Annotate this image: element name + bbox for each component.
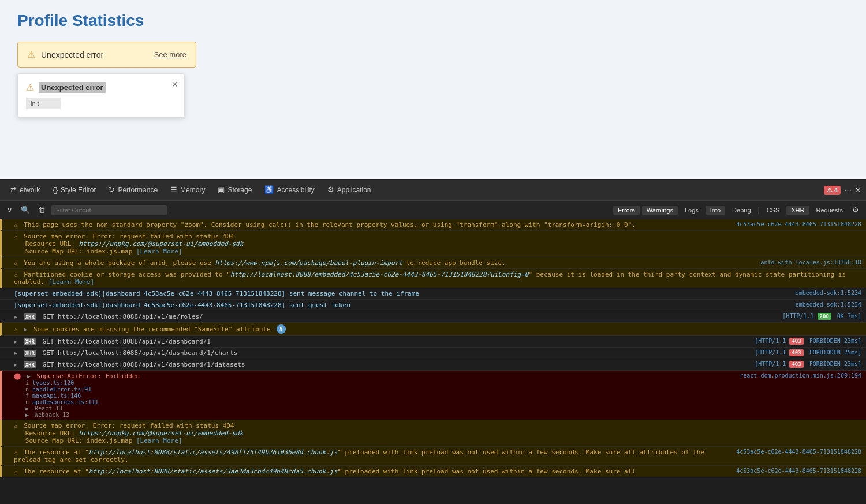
error-circle-icon: ⬤ <box>14 372 21 380</box>
warn-icon: ⚠ <box>14 326 18 333</box>
devtools-panel: ⇄ etwork {} Style Editor ↻ Performance ☰… <box>0 179 866 504</box>
console-row: ▶ XHR GET http://localhost:8088/api/v1/d… <box>0 348 866 359</box>
accessibility-icon: ♿ <box>264 185 274 194</box>
row-source: [HTTP/1.1 403 FORBIDDEN 25ms] <box>755 349 861 356</box>
main-content: Profile Statistics ⚠ Unexpected error Se… <box>0 0 866 179</box>
expand-button[interactable]: ∨ <box>5 204 15 215</box>
tab-application-label: Application <box>337 186 371 194</box>
warn-icon: ⚠ <box>14 422 18 430</box>
tab-application[interactable]: ⚙ Application <box>322 182 377 199</box>
row-source: [HTTP/1.1 403 FORBIDDEN 23ms] <box>755 338 861 344</box>
expand-arrow[interactable]: ▶ <box>14 350 17 356</box>
page-title: Profile Statistics <box>17 12 849 30</box>
row-source[interactable]: 4c53ac5e-c62e-4443-8465-713151848228 <box>736 449 861 455</box>
error-count-badge: ⚠ 4 <box>824 186 841 195</box>
devtools-tabs: ⇄ etwork {} Style Editor ↻ Performance ☰… <box>0 180 866 201</box>
row-source[interactable]: 4c53ac5e-c62e-4443-8465-713151848228 <box>736 468 861 474</box>
filter-css[interactable]: CSS <box>762 206 785 215</box>
row-source: [HTTP/1.1 200 OK 7ms] <box>782 313 861 319</box>
see-more-link[interactable]: See more <box>154 50 186 59</box>
console-row: ⚠ Partitioned cookie or storage access w… <box>0 269 866 288</box>
storage-icon: ▣ <box>218 185 225 194</box>
tab-accessibility[interactable]: ♿ Accessibility <box>259 182 320 199</box>
console-row: ▶ XHR GET http://localhost:8088/api/v1/d… <box>0 336 866 348</box>
samesite-count: 5 <box>277 324 286 334</box>
filter-errors[interactable]: Errors <box>613 206 640 215</box>
console-row: ⚠ ▶ Some cookies are misusing the recomm… <box>0 323 866 336</box>
tab-style-editor[interactable]: {} Style Editor <box>47 182 102 199</box>
tab-storage[interactable]: ▣ Storage <box>212 182 257 199</box>
filter-input[interactable] <box>51 205 167 215</box>
tab-accessibility-label: Accessibility <box>277 186 314 194</box>
console-row: ⚠ Source map error: Error: request faile… <box>0 420 866 447</box>
devtools-close-button[interactable]: ✕ <box>855 186 861 195</box>
warn-icon: ⚠ <box>14 233 18 240</box>
console-row: ⚠ You are using a whole package of antd,… <box>0 257 866 269</box>
row-source[interactable]: embedded-sdk:1:5234 <box>796 290 861 296</box>
performance-icon: ↻ <box>109 185 115 194</box>
settings-button[interactable]: ⚙ <box>850 204 861 215</box>
error-popup: ⚠ Unexpected error ✕ in t <box>17 73 185 118</box>
expand-arrow[interactable]: ▶ <box>14 338 17 345</box>
console-row: ⚠ The resource at "http://localhost:8088… <box>0 447 866 466</box>
filter-info[interactable]: Info <box>706 206 725 215</box>
console-row: [superset-embedded-sdk][dashboard 4c53ac… <box>0 300 866 311</box>
learn-more-link3[interactable]: [Learn More] <box>136 437 182 445</box>
xhr-badge: XHR <box>24 350 36 357</box>
warn-icon: ⚠ <box>14 449 18 456</box>
row-source: [HTTP/1.1 403 FORBIDDEN 23ms] <box>755 361 861 367</box>
error-banner: ⚠ Unexpected error See more <box>17 42 196 68</box>
tab-performance-label: Performance <box>118 186 158 194</box>
network-icon: ⇄ <box>10 185 17 194</box>
expand-arrow[interactable]: ▶ <box>27 373 31 379</box>
error-icon: ⚠ <box>27 49 35 60</box>
warn-icon: ⚠ <box>14 221 18 229</box>
warn-icon: ⚠ <box>14 468 18 475</box>
filter-logs[interactable]: Logs <box>680 206 703 215</box>
filter-requests[interactable]: Requests <box>812 206 848 215</box>
error-popup-title: Unexpected error <box>39 82 106 93</box>
expand-arrow[interactable]: ▶ <box>24 326 27 333</box>
tab-memory[interactable]: ☰ Memory <box>165 182 211 199</box>
tab-network-label: etwork <box>20 186 40 194</box>
close-button[interactable]: ✕ <box>171 80 178 89</box>
row-source[interactable]: 4c53ac5e-c62e-4443-8465-713151848228 <box>736 221 861 227</box>
clear-button[interactable]: 🗑 <box>36 204 48 215</box>
row-source[interactable]: antd-with-locales.js:13356:10 <box>760 259 861 266</box>
warn-icon: ⚠ <box>14 271 18 278</box>
search-button[interactable]: 🔍 <box>18 204 32 215</box>
filter-debug[interactable]: Debug <box>727 206 755 215</box>
tab-storage-label: Storage <box>227 186 252 194</box>
tab-overflow-button[interactable]: ⋯ <box>844 186 852 195</box>
xhr-badge: XHR <box>24 338 36 345</box>
tab-memory-label: Memory <box>180 186 205 194</box>
row-source[interactable]: react-dom.production.min.js:209:194 <box>740 372 861 379</box>
error-detail: in t <box>26 98 61 109</box>
learn-more-link[interactable]: [Learn More] <box>136 248 182 255</box>
tab-performance[interactable]: ↻ Performance <box>103 182 163 199</box>
learn-more-link2[interactable]: [Learn More] <box>48 278 94 286</box>
popup-error-icon: ⚠ <box>26 82 34 93</box>
tab-network[interactable]: ⇄ etwork <box>5 182 46 199</box>
xhr-badge: XHR <box>24 361 36 368</box>
filter-warnings[interactable]: Warnings <box>642 206 678 215</box>
console-toolbar: ∨ 🔍 🗑 Errors Warnings Logs Info Debug | … <box>0 201 866 219</box>
row-source[interactable]: embedded-sdk:1:5234 <box>796 301 861 308</box>
style-editor-icon: {} <box>53 185 58 194</box>
expand-arrow[interactable]: ▶ <box>14 361 17 368</box>
console-row: ⚠ The resource at "http://localhost:8088… <box>0 466 866 477</box>
console-row: ▶ XHR GET http://localhost:8088/api/v1/m… <box>0 311 866 323</box>
filter-xhr[interactable]: XHR <box>786 206 809 215</box>
memory-icon: ☰ <box>170 185 177 194</box>
warn-icon: ⚠ <box>14 259 18 267</box>
xhr-badge: XHR <box>24 313 36 320</box>
console-row: [superset-embedded-sdk][dashboard 4c53ac… <box>0 288 866 300</box>
console-row: ▶ XHR GET http://localhost:8088/api/v1/d… <box>0 359 866 371</box>
console-row: ⚠ Source map error: Error: request faile… <box>0 231 866 257</box>
console-body: ⚠ This page uses the non standard proper… <box>0 219 866 504</box>
error-banner-text: Unexpected error <box>41 50 103 59</box>
console-row: ⚠ This page uses the non standard proper… <box>0 219 866 231</box>
application-icon: ⚙ <box>327 185 334 194</box>
console-row: ⬤ ▶ SupersetApiError: Forbidden i types.… <box>0 371 866 420</box>
expand-arrow[interactable]: ▶ <box>14 313 17 320</box>
